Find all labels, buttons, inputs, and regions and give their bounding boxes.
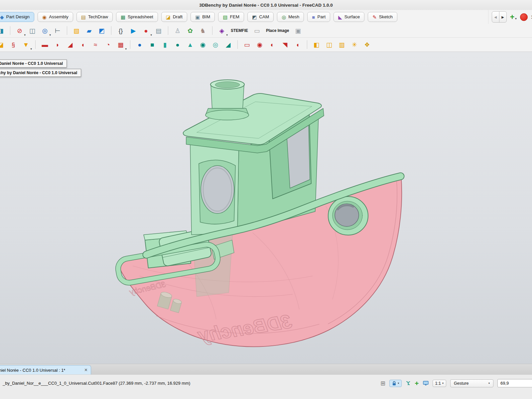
workbench-tab-bim[interactable]: ▣BIM <box>191 12 215 22</box>
groove-icon[interactable]: ◐ <box>267 40 277 50</box>
pad-icon[interactable]: ▬ <box>40 40 50 50</box>
workbench-tab-part-design[interactable]: ◆Part Design <box>0 12 34 22</box>
benchy-chimney[interactable] <box>205 80 249 120</box>
multitransform-icon[interactable]: ❖ <box>362 40 372 50</box>
part-design-workbench-icon: ◆ <box>0 15 4 20</box>
subtractive-pipe-icon-glyph: ◖ <box>296 42 299 48</box>
chevron-down-icon: ▾ <box>442 382 444 385</box>
subtractive-pipe-icon[interactable]: ◖ <box>293 40 303 50</box>
cabin-front-window-hole[interactable] <box>201 166 234 213</box>
stemfie-plate-icon[interactable]: ▭ <box>252 26 262 36</box>
benchy-cabin[interactable] <box>183 93 324 235</box>
add-button[interactable]: + <box>415 380 419 387</box>
additive-pipe-icon[interactable]: ◖ <box>78 40 88 50</box>
primitive-box-icon[interactable]: ▧ <box>71 26 81 36</box>
additive-box-icon[interactable]: ■ <box>147 40 157 50</box>
record-indicator[interactable] <box>520 13 528 21</box>
additive-sphere-icon[interactable]: ● <box>173 40 183 50</box>
colored-shape-icon[interactable]: ✿ <box>185 26 195 36</box>
zoom-selection-icon[interactable]: ◎▾ <box>40 26 50 36</box>
additive-cylinder-icon[interactable]: ▮ <box>160 40 170 50</box>
workbench-tab-spreadsheet[interactable]: ▦Spreadsheet <box>116 12 158 22</box>
workbench-tab-fem[interactable]: ▧FEM <box>218 12 244 22</box>
boolean-icon[interactable]: ◧ <box>312 40 322 50</box>
axes-cross-button[interactable] <box>406 381 411 386</box>
chevron-down-icon[interactable]: ▾ <box>226 33 228 37</box>
workbench-tab-label: Mesh <box>288 15 299 19</box>
mirrored-icon[interactable]: ◫ <box>324 40 334 50</box>
pocket-icon[interactable]: ▭ <box>242 40 252 50</box>
workbench-tab-assembly[interactable]: ◉Assembly <box>38 12 73 22</box>
open-folder-icon[interactable]: ▰ <box>84 26 94 36</box>
dimension-box[interactable]: 69,9 <box>497 379 532 387</box>
chevron-down-icon[interactable]: ▾ <box>125 47 127 51</box>
3d-scene[interactable]: 3DBenchy 3DBenchy <box>0 52 532 364</box>
benchy-porthole[interactable] <box>328 197 368 235</box>
paste-style-icon[interactable]: ▤ <box>154 26 164 36</box>
sphere-icon[interactable]: ● <box>135 40 145 50</box>
porthole-hole[interactable] <box>335 204 359 226</box>
macro-record-icon[interactable]: ●▾ <box>141 26 151 36</box>
navigation-style-selector[interactable]: Gesture ▾ <box>450 379 493 387</box>
screen-button[interactable] <box>423 381 429 386</box>
pointer-arrow-icon[interactable]: ▶ <box>128 26 138 36</box>
kite-icon[interactable]: ◈▾ <box>217 26 227 36</box>
expression-icon[interactable]: {} <box>116 26 126 36</box>
hole-icon[interactable]: ◉ <box>255 40 265 50</box>
thread-icon[interactable]: § <box>8 40 18 50</box>
toolbar-separator <box>111 26 111 35</box>
clipped-left-icon[interactable]: ◪ <box>0 40 6 50</box>
chimney-base[interactable] <box>205 110 249 120</box>
document-tab[interactable]: niel Norée - CC0 1.0 Universal : 1* × <box>0 365 91 375</box>
toolbar-separator <box>307 40 307 49</box>
toolbar-separator <box>237 40 238 49</box>
workbench-tab-sketcher[interactable]: ✎Sketch <box>368 12 397 22</box>
revolution-icon[interactable]: ◗ <box>53 40 63 50</box>
chevron-down-icon[interactable]: ▾ <box>24 33 26 37</box>
tab-scroll-left-button[interactable]: ◀ <box>492 11 499 23</box>
image-plane-icon[interactable]: ▣ <box>293 26 303 36</box>
polar-pattern-icon[interactable]: ✳ <box>349 40 359 50</box>
linear-pattern-icon[interactable]: ▥ <box>337 40 347 50</box>
subtractive-loft-icon[interactable]: ◥ <box>280 40 290 50</box>
close-icon[interactable]: × <box>82 367 87 373</box>
workbench-tab-label: Sketch <box>379 15 393 19</box>
export-icon-glyph: ◩ <box>99 28 105 34</box>
lock-toggle-button[interactable]: ▾ <box>389 380 402 387</box>
additive-more-icon[interactable]: ▦▾ <box>116 40 126 50</box>
workbench-tab-draft[interactable]: ◪Draft <box>161 12 187 22</box>
workbench-tab-bar: ◆Part Design◉Assembly▤TechDraw▦Spreadshe… <box>0 10 532 24</box>
chevron-down-icon[interactable]: ▾ <box>49 33 51 37</box>
scale-selector[interactable]: 1:1 ▾ <box>433 380 446 387</box>
thickness-icon[interactable]: ◔ <box>103 40 113 50</box>
export-icon[interactable]: ◩ <box>97 26 107 36</box>
clipped-left-icon[interactable]: ◨ <box>0 26 6 36</box>
dog-icon[interactable]: ♞ <box>198 26 208 36</box>
additive-sphere-icon-glyph: ● <box>176 42 179 48</box>
additive-helix-icon[interactable]: ≈ <box>90 40 100 50</box>
fastener-icon[interactable]: ▼▾ <box>21 40 31 50</box>
additive-torus-icon[interactable]: ◎ <box>210 40 220 50</box>
window-title: 3DBenchy by Daniel Norée - CC0 1.0 Unive… <box>199 3 332 8</box>
measure-icon[interactable]: ⊢ <box>53 26 63 36</box>
workbench-tab-mesh[interactable]: ◎Mesh <box>277 12 304 22</box>
chevron-down-icon[interactable]: ▾ <box>30 47 32 51</box>
3d-viewport[interactable]: 3DBenchy 3DBenchy <box>0 52 532 364</box>
benchy-model[interactable]: 3DBenchy 3DBenchy <box>114 80 402 347</box>
workbench-tab-part[interactable]: ■Part <box>307 12 330 22</box>
chevron-down-icon[interactable]: ▾ <box>150 33 152 37</box>
tab-scroll-right-button[interactable]: ▶ <box>499 11 507 23</box>
workbench-tab-surface[interactable]: ◣Surface <box>333 12 364 22</box>
additive-cone-icon[interactable]: ▲ <box>185 40 195 50</box>
workbench-tab-techdraw[interactable]: ▤TechDraw <box>76 12 113 22</box>
draw-style-icon[interactable]: ⊘▾ <box>15 26 25 36</box>
manikin-icon[interactable]: ♙ <box>173 26 183 36</box>
draft-workbench-icon: ◪ <box>166 15 171 20</box>
axonometric-view-icon[interactable]: ◫ <box>27 26 37 36</box>
additive-ellipsoid-icon[interactable]: ◉ <box>198 40 208 50</box>
workbench-tab-cam[interactable]: ◩CAM <box>247 12 274 22</box>
grid-icon[interactable]: ⊞ <box>380 380 385 386</box>
add-workbench-button[interactable]: + ▾ <box>510 14 517 20</box>
additive-loft-icon[interactable]: ◢ <box>65 40 75 50</box>
additive-wedge-icon[interactable]: ◢ <box>223 40 233 50</box>
